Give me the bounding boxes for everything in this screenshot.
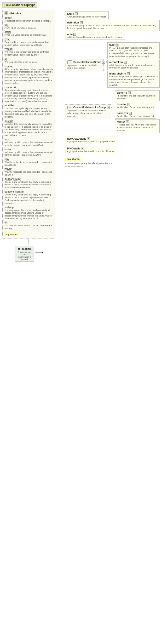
concept-def-ellipsis: ····	[67, 60, 72, 64]
connector-attr-location	[28, 239, 29, 244]
prop-name-row: name + A natural language name for the c…	[65, 11, 160, 20]
attr-whyuri: whyuri Why the metadata has been include…	[4, 168, 53, 176]
any-other-bottom-box: any ##other	[65, 157, 82, 162]
prop-sameas-expand[interactable]: +	[128, 92, 130, 94]
attr-xmllang-name: xmllang	[4, 206, 14, 209]
attr-uri-desc: A URI which identifies a concept.	[4, 27, 53, 30]
location-box[interactable]: ■ location A place where the organisatio…	[15, 246, 34, 262]
attr-custom-desc: Indicates if the corresponding property …	[4, 123, 53, 137]
prop-definition-expand[interactable]: +	[80, 21, 83, 24]
attr-why-desc: Why the metadata has been included - exp…	[4, 161, 53, 166]
prop-broader-desc: An identifier of a more generic concept.	[117, 106, 154, 109]
attr-literal-desc: A free-text value assigned as property v…	[4, 34, 53, 37]
prop-definition-label: definition	[67, 21, 79, 24]
geo-area-details-label: geoAreaDetails	[67, 137, 86, 140]
prop-sameas-desc: An identifier of a concept with equivale…	[117, 94, 158, 100]
attr-why: why Why the metadata has been included -…	[4, 158, 53, 166]
attr-how: how Indicates by which means the value w…	[4, 138, 53, 146]
attr-modified-desc: The date (and, optionally, the time) whe…	[4, 107, 53, 118]
attr-xmllang-desc: The language of this property and potent…	[4, 209, 53, 220]
prop-sameas-row: sameAs + An identifier of a concept with…	[115, 90, 160, 101]
attr-dir-name: dir	[4, 221, 8, 224]
prop-name-label: name	[67, 12, 74, 15]
poi-details-desc: A group of properties specific to a poin…	[67, 150, 115, 153]
prop-broader-label: broader	[117, 103, 126, 106]
attr-creator-name: creator	[4, 65, 13, 68]
attr-uri-name: uri	[4, 24, 8, 26]
attr-dir-desc: The directionality of textual content - …	[4, 224, 53, 230]
prop-narrower-box: narrower + An identifier of a more speci…	[115, 111, 156, 119]
attr-qcode-name: qcode	[4, 16, 12, 20]
prop-definition-row: definition + A natural language definiti…	[65, 20, 160, 31]
location-icon: ■	[18, 247, 20, 250]
geo-area-details-desc: A group of properties specific to a geop…	[67, 140, 116, 143]
attr-xmllang: xmllang The language of this property an…	[4, 206, 53, 220]
diagram-container: FlexLocationPropType ▦ attributes qcode …	[0, 0, 162, 644]
location-desc: A place where the organisation is locate…	[17, 251, 32, 260]
attr-any-other-label: any ##other	[6, 233, 17, 236]
concept-rel-group-expand[interactable]: +	[107, 106, 110, 109]
attr-creatoruri-name: creatoruri	[4, 86, 16, 89]
attr-creator: creator If the property value is not def…	[4, 65, 53, 85]
concept-rel-group-mult: 0..∞	[110, 106, 114, 108]
attr-type: type Expressed the concept assigned as c…	[4, 38, 53, 46]
prop-narrower-expand[interactable]: +	[129, 112, 132, 115]
attr-pubconstrainturi: pubconstrainturi One or many constraints…	[4, 190, 53, 205]
prop-sameas-box: sameAs + An identifier of a concept with…	[115, 90, 160, 101]
attr-creator-desc: If the property value is not defined, sp…	[4, 68, 53, 85]
attr-whyuri-name: whyuri	[4, 168, 12, 170]
location-label: location	[21, 248, 31, 250]
prop-broader-expand[interactable]: +	[127, 103, 130, 106]
prop-hierarchyinfo-desc: Indicates the position of a concept in a…	[109, 76, 158, 87]
attr-qcode: qcode A quasi-random code which identifi…	[4, 16, 53, 22]
attr-type-desc: Expressed the concept assigned as contro…	[4, 41, 53, 46]
prop-narrower-row: narrower + An identifier of a more speci…	[115, 111, 160, 119]
attributes-icon: ▦	[4, 12, 8, 15]
concept-rel-group-label: ConceptRelationshipsGroup	[73, 106, 106, 109]
any-other-bottom-desc: Extension point for any de-defined prope…	[65, 162, 118, 168]
attr-id: id The local identifier of the element.	[4, 58, 53, 64]
prop-remoteinfo-expand[interactable]: +	[124, 61, 126, 64]
attr-type-name: type	[4, 38, 10, 41]
attributes-box: ▦ attributes qcode A quasi-random code w…	[2, 10, 55, 239]
concept-def-group-label: ConceptDefinitionGroup	[73, 61, 101, 64]
prop-related-box: related + A related concept, where the r…	[115, 119, 160, 133]
attr-qcode-desc: A quasi-random code which identifies a c…	[4, 20, 53, 22]
attr-pubconstrainturi-desc: One or many constraints that apply to pu…	[4, 194, 53, 205]
geo-area-expand[interactable]: +	[87, 137, 90, 140]
prop-broader-row: broader + An identifier of a more generi…	[115, 102, 160, 110]
poi-expand[interactable]: +	[81, 147, 84, 150]
concept-def-group-box: ···· ConceptDefinitionGroup + 0..∞ A gro…	[65, 59, 104, 71]
prop-note-expand[interactable]: +	[73, 33, 76, 36]
attr-pubconstraint-desc: One or many constraints that apply to pu…	[4, 181, 53, 189]
concept-rel-group-section: ···· ConceptRelationshipsGroup + 0..∞ A …	[65, 90, 160, 133]
attr-pubconstraint-name: pubconstraint	[4, 178, 20, 180]
attr-howuri: howuri Indicates by which means the valu…	[4, 148, 53, 157]
any-other-bottom-label: any ##other	[67, 158, 80, 160]
attr-modified-name: modified	[4, 104, 14, 107]
prop-facet-expand[interactable]: +	[116, 44, 119, 46]
prop-name-expand[interactable]: +	[75, 12, 78, 15]
prop-hierarchyinfo-row: hierarchyInfo + Indicates the position o…	[107, 71, 160, 88]
poi-details-label: POIDetails	[67, 147, 80, 150]
prop-note-label: note	[67, 33, 72, 36]
attr-literal: literal A free-text value assigned as pr…	[4, 30, 53, 37]
prop-note-row: note + Additional natural language infor…	[65, 32, 160, 40]
attr-modified: modified The date (and, optionally, the …	[4, 104, 53, 118]
prop-remoteinfo-desc: A link to an item or a web source which …	[109, 64, 158, 70]
concept-rel-ellipsis: ····	[67, 106, 72, 109]
prop-hierarchyinfo-expand[interactable]: +	[127, 72, 130, 75]
geo-area-details-box: geoAreaDetails + A group of properties s…	[65, 136, 118, 144]
prop-hierarchyinfo-label: hierarchyInfo	[109, 72, 126, 75]
concept-def-group-expand[interactable]: +	[102, 61, 105, 64]
geo-area-details-row: geoAreaDetails + A group of properties s…	[65, 136, 160, 144]
prop-related-label: related	[117, 120, 125, 123]
prop-broader-box: broader + An identifier of a more generi…	[115, 102, 156, 110]
attributes-label: attributes	[9, 12, 21, 14]
prop-related-expand[interactable]: +	[126, 120, 129, 123]
concept-rel-group-desc: A group of properties required to indica…	[67, 110, 109, 118]
attr-id-name: id	[4, 58, 7, 60]
attr-typeuri: typeuri The type of the concept assigned…	[4, 48, 53, 56]
prop-note-desc: Additional natural language information …	[67, 36, 123, 39]
prop-sameas-label: sameAs	[117, 91, 127, 94]
